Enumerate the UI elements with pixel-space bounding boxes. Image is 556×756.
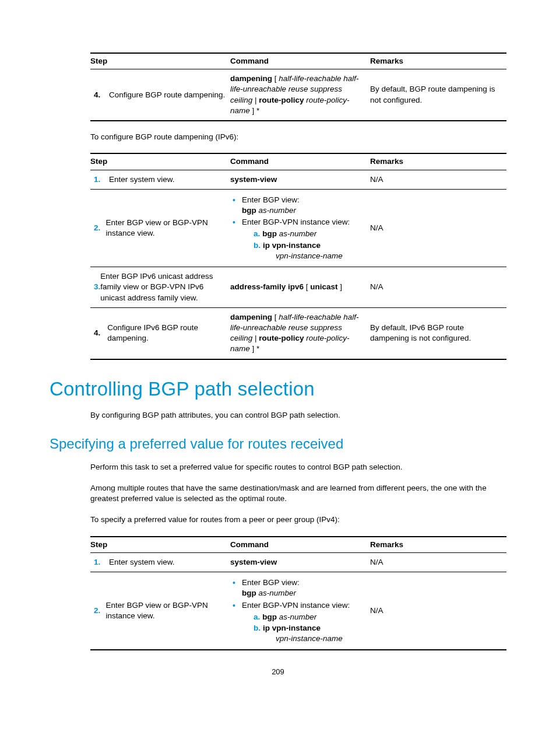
bullet-item: Enter BGP-VPN instance view: a.bgp as-nu… (230, 600, 367, 645)
cmd-text: | (252, 96, 259, 104)
body-paragraph: By configuring BGP path attributes, you … (90, 410, 506, 421)
step-number: 1. (90, 174, 109, 185)
step-desc: Configure IPv6 BGP route dampening. (107, 323, 227, 344)
table-preferred-value-ipv4: Step Command Remarks 1.Enter system view… (90, 536, 506, 651)
cmd-keyword: dampening (230, 74, 272, 83)
sublist-item: b.ip vpn-instancevpn-instance-name (254, 623, 367, 644)
cmd-text: [ (272, 313, 279, 321)
cmd-arg: as-number (277, 612, 316, 621)
heading-1: Controlling BGP path selection (50, 376, 506, 402)
step-number: 3. (90, 282, 100, 292)
cmd-arg: vpn-instance-name (254, 251, 343, 260)
th-step: Step (90, 53, 230, 69)
command-cell: Enter BGP view: bgp as-number Enter BGP-… (230, 189, 370, 267)
sublist-item: b.ip vpn-instancevpn-instance-name (254, 240, 367, 261)
cmd-text: Enter BGP view: (242, 195, 300, 204)
table-row: 1.Enter system view. system-view N/A (90, 170, 506, 189)
th-command: Command (230, 537, 370, 553)
body-paragraph: To specify a preferred value for routes … (90, 514, 506, 525)
cmd-text: ] * (250, 344, 260, 353)
command-cell: Enter BGP view: bgp as-number Enter BGP-… (230, 572, 370, 650)
cmd-arg: as-number (277, 229, 316, 238)
cmd-keyword: bgp (242, 206, 256, 215)
remarks-cell: N/A (370, 170, 506, 189)
bullet-item: Enter BGP view: bgp as-number (230, 195, 367, 216)
page-number: 209 (50, 667, 506, 677)
command-cell: address-family ipv6 [ unicast ] (230, 267, 370, 308)
remarks-cell: By default, IPv6 BGP route dampening is … (370, 307, 506, 359)
intro-text: To configure BGP route dampening (IPv6): (90, 132, 506, 142)
cmd-arg: as-number (256, 206, 296, 215)
cmd-keyword: bgp (262, 612, 277, 621)
th-command: Command (230, 53, 370, 69)
step-desc: Enter BGP view or BGP-VPN instance view. (106, 600, 227, 621)
remarks-cell: N/A (370, 552, 506, 572)
table-dampening-ipv6: Step Command Remarks 1.Enter system view… (90, 153, 506, 359)
table-row: 2.Enter BGP view or BGP-VPN instance vie… (90, 572, 506, 650)
cmd-keyword: dampening (230, 313, 272, 321)
heading-2: Specifying a preferred value for routes … (50, 435, 506, 453)
step-number: 2. (90, 606, 106, 616)
bullet-item: Enter BGP view: bgp as-number (230, 578, 367, 598)
command-cell: dampening [ half-life-reachable half-lif… (230, 307, 370, 359)
cmd-keyword: ip vpn-instance (263, 241, 321, 250)
body-paragraph: Among multiple routes that have the same… (90, 483, 506, 504)
cmd-keyword: unicast (310, 282, 337, 291)
table-row: 3.Enter BGP IPv6 unicast address family … (90, 267, 506, 308)
remarks-cell: N/A (370, 572, 506, 650)
step-number: 1. (90, 557, 109, 568)
step-number: 2. (90, 223, 106, 233)
table-dampening-ipv4: Step Command Remarks 4. Configure BGP ro… (90, 52, 506, 121)
th-command: Command (230, 153, 370, 170)
remarks-cell: N/A (370, 267, 506, 308)
table-header: Step Command Remarks (90, 53, 506, 69)
step-desc: Enter system view. (109, 557, 175, 568)
cmd-keyword: system-view (230, 558, 277, 566)
step-number: 4. (90, 90, 109, 100)
cmd-keyword: address-family ipv6 (230, 282, 304, 291)
th-remarks: Remarks (370, 537, 506, 553)
bullet-item: Enter BGP-VPN instance view: a.bgp as-nu… (230, 217, 367, 261)
command-cell: system-view (230, 170, 370, 189)
sublist-item: a.bgp as-number (254, 612, 367, 622)
table-row: 4.Configure IPv6 BGP route dampening. da… (90, 307, 506, 359)
table-row: 1.Enter system view. system-view N/A (90, 552, 506, 572)
cmd-keyword: bgp (262, 229, 277, 238)
cmd-keyword: ip vpn-instance (263, 624, 321, 632)
cmd-keyword: route-policy (259, 96, 304, 104)
table-row: 4. Configure BGP route dampening. dampen… (90, 69, 506, 121)
table-row: 2.Enter BGP view or BGP-VPN instance vie… (90, 189, 506, 267)
cmd-arg: as-number (256, 589, 296, 597)
table-header: Step Command Remarks (90, 537, 506, 553)
step-desc: Configure BGP route dampening. (109, 90, 225, 100)
th-remarks: Remarks (370, 53, 506, 69)
remarks-cell: By default, BGP route dampening is not c… (370, 69, 506, 121)
body-paragraph: Perform this task to set a preferred val… (90, 462, 506, 473)
th-step: Step (90, 537, 230, 553)
table-header: Step Command Remarks (90, 153, 506, 170)
cmd-text: ] (338, 282, 343, 291)
cmd-text: Enter BGP-VPN instance view: (242, 601, 350, 610)
remarks-cell: N/A (370, 189, 506, 267)
cmd-arg: vpn-instance-name (254, 634, 343, 643)
step-desc: Enter system view. (109, 174, 175, 185)
cmd-text: [ (272, 74, 279, 83)
th-remarks: Remarks (370, 153, 506, 170)
step-desc: Enter BGP IPv6 unicast address family vi… (100, 271, 227, 303)
cmd-text: Enter BGP view: (242, 578, 300, 587)
cmd-text: | (252, 334, 259, 342)
command-cell: dampening [ half-life-reachable half-lif… (230, 69, 370, 121)
sublist-item: a.bgp as-number (254, 229, 367, 239)
cmd-text: ] * (250, 106, 260, 115)
cmd-text: Enter BGP-VPN instance view: (242, 218, 350, 226)
cmd-keyword: route-policy (259, 334, 304, 342)
th-step: Step (90, 153, 230, 170)
cmd-text: [ (304, 282, 310, 291)
command-cell: system-view (230, 552, 370, 572)
cmd-keyword: system-view (230, 175, 277, 184)
cmd-keyword: bgp (242, 589, 256, 597)
step-number: 4. (90, 328, 107, 338)
step-desc: Enter BGP view or BGP-VPN instance view. (106, 218, 227, 239)
